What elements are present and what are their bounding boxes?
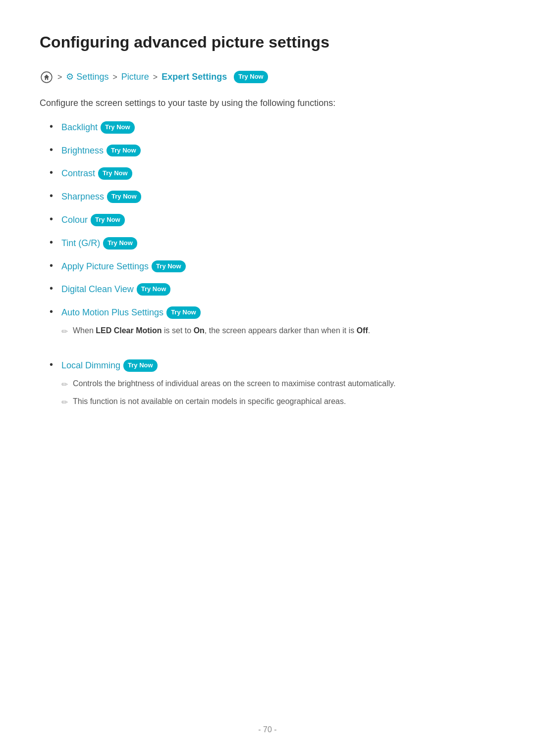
auto-motion-plus-note: ✏ When LED Clear Motion is set to On, th… [61, 325, 495, 338]
local-dimming-try-now[interactable]: Try Now [123, 359, 158, 372]
local-dimming-link[interactable]: Local Dimming [61, 358, 120, 373]
colour-try-now[interactable]: Try Now [91, 214, 125, 226]
list-item-colour: Colour Try Now [50, 213, 495, 227]
page-title: Configuring advanced picture settings [40, 30, 495, 55]
list-item-tint: Tint (G/R) Try Now [50, 236, 495, 251]
breadcrumb-separator-3: > [153, 71, 158, 84]
list-item-backlight: Backlight Try Now [50, 120, 495, 135]
list-item-digital-clean-view: Digital Clean View Try Now [50, 282, 495, 297]
tint-try-now[interactable]: Try Now [103, 237, 137, 250]
home-icon [40, 70, 54, 84]
local-dimming-note-2: ✏ This function is not available on cert… [61, 396, 495, 408]
contrast-try-now[interactable]: Try Now [98, 167, 132, 180]
breadcrumb: > ⚙ Settings > Picture > Expert Settings… [40, 70, 495, 84]
tint-link[interactable]: Tint (G/R) [61, 236, 100, 251]
digital-clean-view-link[interactable]: Digital Clean View [61, 282, 134, 297]
brightness-link[interactable]: Brightness [61, 144, 104, 158]
page-description: Configure the screen settings to your ta… [40, 96, 495, 110]
list-item-auto-motion-plus: Auto Motion Plus Settings Try Now ✏ When… [50, 305, 495, 350]
contrast-link[interactable]: Contrast [61, 166, 95, 181]
digital-clean-view-try-now[interactable]: Try Now [137, 283, 171, 296]
pencil-icon-3: ✏ [61, 397, 68, 408]
breadcrumb-picture[interactable]: Picture [121, 70, 149, 84]
apply-picture-settings-try-now[interactable]: Try Now [152, 260, 186, 273]
backlight-try-now[interactable]: Try Now [101, 121, 135, 134]
list-item-contrast: Contrast Try Now [50, 166, 495, 181]
local-dimming-note-1: ✏ Controls the brightness of individual … [61, 378, 495, 391]
local-dimming-note-text-1: Controls the brightness of individual ar… [73, 378, 396, 390]
list-item-sharpness: Sharpness Try Now [50, 190, 495, 204]
sharpness-link[interactable]: Sharpness [61, 190, 104, 204]
sharpness-try-now[interactable]: Try Now [107, 191, 141, 203]
breadcrumb-try-now-badge[interactable]: Try Now [234, 71, 268, 83]
off-bold: Off [357, 326, 368, 335]
pencil-icon-1: ✏ [61, 326, 68, 338]
on-bold: On [194, 326, 205, 335]
list-item-brightness: Brightness Try Now [50, 144, 495, 158]
breadcrumb-expert-settings[interactable]: Expert Settings [161, 70, 227, 84]
breadcrumb-settings[interactable]: ⚙ Settings [66, 70, 108, 84]
list-item-local-dimming: Local Dimming Try Now ✏ Controls the bri… [50, 358, 495, 420]
backlight-link[interactable]: Backlight [61, 120, 98, 135]
page-number: - 70 - [258, 725, 276, 734]
features-list: Backlight Try Now Brightness Try Now Con… [40, 120, 495, 420]
breadcrumb-separator-1: > [57, 71, 62, 84]
local-dimming-note-text-2: This function is not available on certai… [73, 396, 346, 407]
pencil-icon-2: ✏ [61, 379, 68, 391]
auto-motion-note-text: When LED Clear Motion is set to On, the … [73, 325, 370, 337]
apply-picture-settings-link[interactable]: Apply Picture Settings [61, 259, 149, 274]
colour-link[interactable]: Colour [61, 213, 88, 227]
page-footer: - 70 - [0, 723, 535, 736]
auto-motion-plus-link[interactable]: Auto Motion Plus Settings [61, 305, 163, 320]
brightness-try-now[interactable]: Try Now [107, 145, 141, 157]
led-clear-motion-bold: LED Clear Motion [96, 326, 161, 335]
list-item-apply-picture-settings: Apply Picture Settings Try Now [50, 259, 495, 274]
auto-motion-plus-try-now[interactable]: Try Now [166, 306, 201, 319]
breadcrumb-separator-2: > [112, 71, 117, 84]
